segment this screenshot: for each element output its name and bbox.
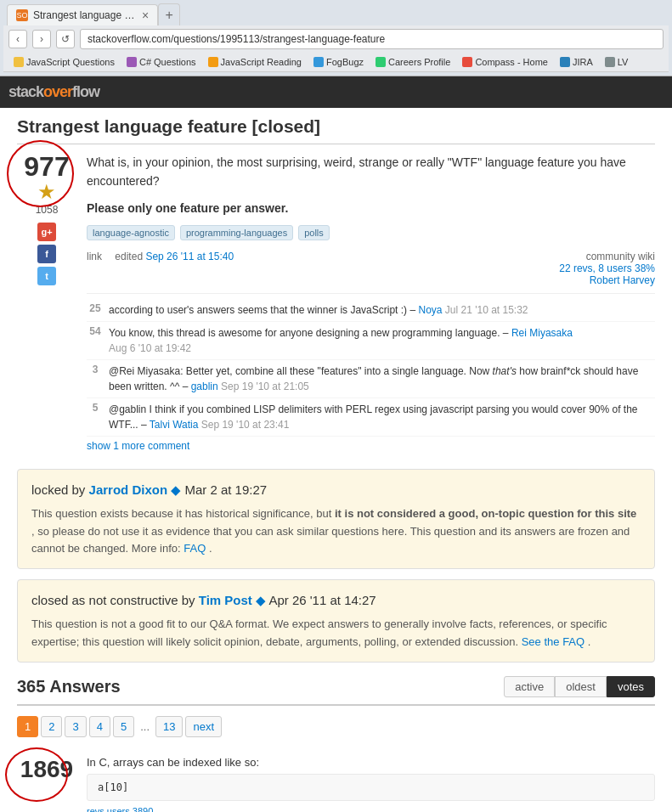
question-meta: link edited Sep 26 '11 at 15:40 communit… bbox=[87, 251, 655, 286]
revs-link[interactable]: revs users 3890 bbox=[87, 806, 153, 812]
answer-score: 1869 bbox=[20, 756, 73, 783]
answer-circle: 1869 bbox=[20, 756, 73, 783]
closed-notice-title: closed as not constructive by Tim Post ◆… bbox=[31, 590, 641, 611]
tags-container: language-agnostic programming-languages … bbox=[87, 225, 655, 240]
address-bar[interactable] bbox=[80, 29, 664, 49]
bookmark-icon-compass bbox=[462, 57, 472, 67]
main-content: Strangest language feature [closed] 977 … bbox=[0, 108, 672, 812]
author-link[interactable]: Robert Harvey bbox=[590, 274, 655, 286]
community-wiki: community wiki 22 revs, 8 users 38% Robe… bbox=[559, 251, 655, 286]
bookmark-icon-fogbugz bbox=[313, 57, 324, 67]
bookmark-cs-questions[interactable]: C# Questions bbox=[121, 55, 201, 69]
comment-2: 54 You know, this thread is awesome for … bbox=[87, 322, 655, 360]
comment-3: 3 @Rei Miyasaka: Better yet, combine all… bbox=[87, 360, 655, 398]
locked-faq-link[interactable]: FAQ bbox=[184, 542, 206, 555]
browser-toolbar: ‹ › ↺ bbox=[3, 25, 669, 53]
bookmark-icon-js bbox=[14, 57, 24, 67]
facebook-button[interactable]: f bbox=[37, 245, 56, 263]
tab-favicon: SO bbox=[16, 9, 28, 21]
page-3[interactable]: 3 bbox=[65, 716, 86, 737]
page-2[interactable]: 2 bbox=[41, 716, 62, 737]
page-13[interactable]: 13 bbox=[155, 716, 183, 737]
show-more-comments[interactable]: show 1 more comment bbox=[87, 437, 655, 455]
bookmark-fogbugz[interactable]: FogBugz bbox=[308, 55, 369, 69]
question-text: What is, in your opinion, the most surpr… bbox=[87, 153, 655, 191]
bookmark-icon-jsread bbox=[208, 57, 218, 67]
answer-vote: 1869 bbox=[17, 756, 76, 812]
bookmark-jira[interactable]: JIRA bbox=[555, 55, 598, 69]
sort-tab-active[interactable]: active bbox=[504, 676, 555, 697]
comments-section: 25 according to user's answers seems tha… bbox=[87, 293, 655, 455]
comment-4: 5 @gablin I think if you combined LISP d… bbox=[87, 398, 655, 437]
tag-polls[interactable]: polls bbox=[298, 225, 330, 240]
vote-circle: 977 bbox=[24, 153, 69, 180]
answers-header: 365 Answers active oldest votes bbox=[17, 676, 655, 706]
revs-note: revs users 3890 bbox=[87, 806, 655, 812]
tag-programming-languages[interactable]: programming-languages bbox=[180, 225, 293, 240]
question-body: What is, in your opinion, the most surpr… bbox=[87, 153, 655, 455]
vote-section: 977 ★ 1058 g+ f t bbox=[17, 153, 76, 455]
tab-title: Strangest language feature bbox=[33, 9, 135, 21]
closed-see-faq-link[interactable]: See the FAQ bbox=[522, 635, 588, 648]
pagination: 1 2 3 4 5 ... 13 next bbox=[17, 716, 655, 737]
comment-user-2[interactable]: Rei Miyasaka bbox=[511, 327, 573, 339]
page-5[interactable]: 5 bbox=[113, 716, 134, 737]
revs-link[interactable]: 22 revs, 8 users 38% bbox=[559, 262, 655, 274]
top-answer: 1869 In C, arrays can be indexed like so… bbox=[17, 746, 655, 812]
question-important: Please only one feature per answer. bbox=[87, 201, 655, 215]
tab-close-button[interactable]: × bbox=[142, 8, 149, 22]
closed-diamond: ◆ bbox=[256, 593, 266, 607]
twitter-button[interactable]: t bbox=[37, 267, 56, 285]
closed-notice-text: This question is not a good fit to our Q… bbox=[31, 616, 641, 651]
bookmarks-bar: JavaScript Questions C# Questions JavaSc… bbox=[3, 53, 669, 72]
comment-user-4[interactable]: Talvi Watia bbox=[150, 419, 199, 431]
comment-user-1[interactable]: Noya bbox=[418, 304, 442, 316]
back-button[interactable]: ‹ bbox=[8, 30, 27, 48]
bookmark-icon-cs bbox=[127, 57, 137, 67]
question-title: Strangest language feature [closed] bbox=[17, 116, 655, 144]
locked-notice: locked by Jarrod Dixon ◆ Mar 2 at 19:27 … bbox=[17, 469, 655, 569]
page-1[interactable]: 1 bbox=[17, 716, 38, 737]
meta-left: link edited Sep 26 '11 at 15:40 bbox=[87, 251, 234, 262]
browser-chrome: SO Strangest language feature × + ‹ › ↺ … bbox=[0, 0, 672, 76]
locked-diamond: ◆ bbox=[171, 482, 181, 497]
sort-tab-oldest[interactable]: oldest bbox=[555, 676, 607, 697]
answer-body: In C, arrays can be indexed like so: a[1… bbox=[87, 756, 655, 812]
forward-button[interactable]: › bbox=[32, 30, 51, 48]
question-container: 977 ★ 1058 g+ f t What is, in your opini… bbox=[17, 153, 655, 455]
locked-by-link[interactable]: Jarrod Dixon bbox=[89, 482, 168, 497]
vote-count: 977 bbox=[24, 153, 69, 180]
refresh-button[interactable]: ↺ bbox=[56, 30, 75, 48]
sort-tab-votes[interactable]: votes bbox=[607, 676, 655, 697]
bookmark-icon-careers bbox=[376, 57, 386, 67]
closed-by-link[interactable]: Tim Post bbox=[199, 593, 252, 607]
edited-date-link[interactable]: Sep 26 '11 at 15:40 bbox=[145, 251, 234, 262]
locked-notice-text: This question exists because it has hist… bbox=[31, 505, 641, 558]
bookmark-icon-lv bbox=[605, 57, 615, 67]
link-button[interactable]: link bbox=[87, 251, 102, 262]
social-icons: g+ f t bbox=[37, 223, 56, 285]
comment-user-3[interactable]: gablin bbox=[191, 381, 218, 392]
answer-code: a[10] bbox=[87, 774, 655, 801]
so-header: stackoverflow bbox=[0, 76, 672, 108]
page-next[interactable]: next bbox=[185, 716, 222, 737]
bookmark-js-reading[interactable]: JavaScript Reading bbox=[203, 55, 307, 69]
sort-tabs: active oldest votes bbox=[504, 676, 655, 697]
locked-notice-title: locked by Jarrod Dixon ◆ Mar 2 at 19:27 bbox=[31, 480, 641, 500]
google-plus-button[interactable]: g+ bbox=[37, 223, 56, 241]
bookmark-icon-jira bbox=[560, 57, 570, 67]
answers-count: 365 Answers bbox=[17, 677, 121, 696]
edited-label: edited Sep 26 '11 at 15:40 bbox=[115, 251, 234, 262]
page-4[interactable]: 4 bbox=[89, 716, 110, 737]
new-tab-button[interactable]: + bbox=[158, 3, 180, 25]
closed-notice: closed as not constructive by Tim Post ◆… bbox=[17, 579, 655, 663]
bookmark-lv[interactable]: LV bbox=[600, 55, 634, 69]
comment-1: 25 according to user's answers seems tha… bbox=[87, 299, 655, 322]
tag-language-agnostic[interactable]: language-agnostic bbox=[87, 225, 175, 240]
bookmark-compass[interactable]: Compass - Home bbox=[457, 55, 553, 69]
bookmark-js-questions[interactable]: JavaScript Questions bbox=[8, 55, 120, 69]
browser-tab[interactable]: SO Strangest language feature × bbox=[7, 4, 158, 25]
so-logo: stackoverflow bbox=[8, 83, 99, 101]
page-ellipsis: ... bbox=[137, 717, 153, 736]
bookmark-careers[interactable]: Careers Profile bbox=[370, 55, 455, 69]
